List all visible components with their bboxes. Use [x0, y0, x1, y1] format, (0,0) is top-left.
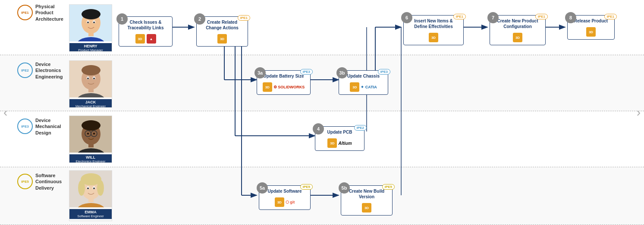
step5b-number: 5b	[339, 182, 350, 194]
catia-logo: ✦ CATIA	[361, 85, 377, 89]
step4-title: Update PCB	[327, 129, 352, 135]
avatar-henry: HENRY Product Manager	[69, 4, 112, 52]
step5a-number: 5a	[257, 182, 268, 194]
avatar-emma: EMMA Software Engineer	[69, 170, 112, 221]
nav-right-chevron[interactable]: ›	[637, 106, 641, 119]
step6-icon: 3D	[429, 33, 438, 42]
henry-nameplate: HENRY Product Manager	[69, 43, 112, 52]
step2-ipe-badge: IPE1	[238, 15, 250, 21]
step3a-box[interactable]: 3a IPE3 Update Battery Size 3D ⚙ SOLIDWO…	[257, 70, 311, 95]
svg-point-4	[82, 9, 101, 19]
step6-ipe-badge: IPE1	[453, 14, 466, 19]
step2-title: Create Related Change Actions	[200, 19, 244, 31]
lane4-role-text: SoftwareContinuousDelivery	[35, 172, 62, 191]
step8-number: 8	[565, 12, 576, 23]
will-nameplate: WILL Electronics Engineer	[69, 154, 112, 163]
step4-box[interactable]: 4 IPE2 Update PCB 3D Altium	[315, 126, 364, 151]
step3b-box[interactable]: 3b IPE3 Update Chassis 3D ✦ CATIA	[339, 70, 388, 95]
step5b-box[interactable]: 5b IPE5 Create New Build Version 3D	[341, 185, 393, 216]
step5b-icon: 3D	[362, 203, 371, 212]
henry-name: HENRY	[71, 44, 110, 48]
emma-name: EMMA	[71, 210, 110, 214]
jack-title: Mechanical Engineer	[71, 104, 110, 108]
lane2-role: IPE2 DeviceElectronicsEngineering	[17, 61, 63, 80]
emma-face-svg	[69, 171, 112, 207]
will-name: WILL	[71, 155, 110, 159]
henry-face-svg	[69, 5, 112, 41]
diagram-container: ‹ › IPE1 PhysicalProductArchitecture	[0, 0, 644, 225]
step7-number: 7	[487, 12, 499, 23]
step5a-box[interactable]: 5a IPE5 Update Software 3D ⬡ git	[259, 185, 311, 210]
svg-point-7	[87, 22, 89, 23]
lane4-role: IPE5 SoftwareContinuousDelivery	[17, 172, 62, 191]
step1-title: Check Issues & Traceability Links	[123, 19, 169, 31]
henry-title: Product Manager	[71, 48, 110, 52]
lane3-role: IPE3 DeviceMechanicalDesign	[17, 117, 61, 136]
svg-point-8	[93, 22, 95, 23]
jack-nameplate: JACK Mechanical Engineer	[69, 99, 112, 108]
nav-left-chevron[interactable]: ‹	[3, 106, 7, 119]
step8-icon: 3D	[586, 27, 596, 37]
step3a-title: Update Battery Size	[264, 73, 304, 79]
step4-ipe-badge: IPE2	[354, 125, 367, 131]
step3b-icon: 3D	[350, 82, 359, 92]
step3a-ipe-badge: IPE3	[300, 69, 313, 75]
lane1-role: IPE1 PhysicalProductArchitecture	[17, 3, 63, 22]
step3b-number: 3b	[336, 67, 348, 78]
lane1-role-text: PhysicalProductArchitecture	[35, 3, 63, 22]
lane3-badge: IPE3	[17, 119, 33, 134]
svg-point-38	[93, 188, 95, 189]
step1-icon2: ▲	[147, 34, 156, 44]
step1-number: 1	[116, 13, 128, 25]
emma-nameplate: EMMA Software Engineer	[69, 209, 112, 219]
svg-point-34	[97, 180, 104, 196]
step5a-icon: 3D	[275, 197, 284, 207]
will-face-svg	[69, 116, 112, 153]
step3a-number: 3a	[254, 67, 266, 78]
step6-number: 6	[401, 12, 412, 23]
avatar-will: WILL Electronics Engineer	[69, 116, 112, 163]
lane2-role-text: DeviceElectronicsEngineering	[35, 61, 63, 80]
step5b-title: Create New Build Version	[345, 188, 389, 200]
step1-box[interactable]: 1 Check Issues & Traceability Links 3D ▲	[119, 16, 173, 47]
step3b-ipe-badge: IPE3	[378, 69, 390, 75]
step7-title: Create New Product Configuration	[493, 18, 542, 29]
altium-logo: Altium	[338, 141, 352, 146]
step7-ipe-badge: IPE1	[535, 14, 548, 19]
step6-title: Insert New Items & Define Effectivities	[407, 18, 460, 29]
step6-box[interactable]: 6 IPE1 Insert New Items & Define Effecti…	[403, 15, 464, 45]
lane2-badge: IPE2	[17, 62, 33, 78]
step4-number: 4	[313, 123, 324, 134]
step3a-icon: 3D	[263, 82, 272, 92]
svg-point-22	[82, 120, 101, 131]
lane4-badge: IPE5	[17, 174, 33, 189]
step8-box[interactable]: 8 IPE1 Release Product 3D	[567, 15, 615, 40]
step5a-title: Update Software	[268, 188, 302, 194]
jack-name: JACK	[71, 100, 110, 104]
svg-point-27	[93, 133, 95, 134]
step3b-title: Update Chassis	[347, 73, 380, 79]
step2-number: 2	[194, 13, 205, 25]
emma-title: Software Engineer	[71, 214, 110, 218]
step7-icon: 3D	[513, 33, 522, 42]
jack-face-svg	[69, 61, 112, 97]
step5a-ipe-badge: IPE5	[300, 184, 313, 190]
step8-ipe-badge: IPE1	[604, 14, 617, 19]
step4-icon: 3D	[327, 138, 337, 148]
svg-point-26	[87, 133, 89, 134]
svg-point-16	[87, 78, 89, 79]
lane3-role-text: DeviceMechanicalDesign	[35, 117, 61, 136]
svg-point-17	[93, 78, 95, 79]
svg-point-37	[87, 188, 89, 189]
step2-box[interactable]: 2 IPE1 Create Related Change Actions 3D	[196, 16, 248, 47]
git-logo: ⬡ git	[286, 200, 295, 204]
step5b-ipe-badge: IPE5	[382, 184, 395, 190]
lane1-badge: IPE1	[17, 5, 33, 20]
will-title: Electronics Engineer	[71, 159, 110, 163]
svg-point-13	[82, 65, 101, 75]
avatar-jack: JACK Mechanical Engineer	[69, 60, 112, 108]
step7-box[interactable]: 7 IPE1 Create New Product Configuration …	[490, 15, 546, 45]
svg-point-33	[78, 180, 85, 196]
solidworks-logo: ⚙ SOLIDWORKS	[273, 85, 305, 89]
step8-title: Release Product	[574, 18, 608, 24]
